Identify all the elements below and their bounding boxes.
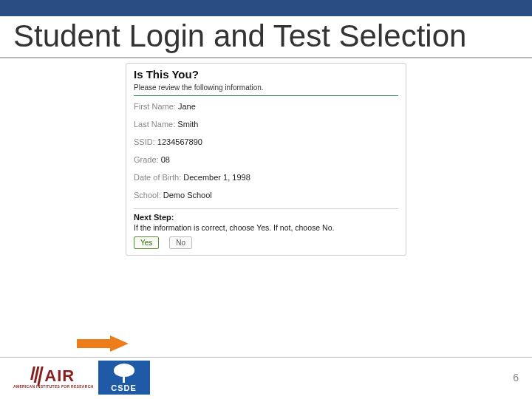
last-name-value: Smith	[177, 120, 198, 129]
dob-value: December 1, 1998	[183, 173, 250, 182]
last-name-label: Last Name:	[134, 120, 175, 129]
dob-row: Date of Birth: December 1, 1998	[134, 173, 398, 182]
yes-button[interactable]: Yes	[134, 236, 159, 249]
csde-logo-text: CSDE	[111, 383, 137, 392]
ssid-value: 1234567890	[157, 137, 202, 146]
dob-label: Date of Birth:	[134, 173, 181, 182]
grade-row: Grade: 08	[134, 155, 398, 164]
slide-title: Student Login and Test Selection	[13, 19, 519, 52]
air-stripes-icon	[32, 366, 41, 386]
page-number: 6	[513, 372, 519, 383]
air-logo-top: AIR	[32, 366, 75, 386]
ssid-label: SSID:	[134, 137, 155, 146]
content-wrap: Is This You? Please review the following…	[0, 58, 532, 256]
air-logo-text: AIR	[44, 366, 75, 386]
no-button[interactable]: No	[169, 236, 192, 249]
first-name-row: First Name: Jane	[134, 102, 398, 111]
first-name-label: First Name:	[134, 102, 176, 111]
first-name-value: Jane	[178, 102, 196, 111]
ssid-row: SSID: 1234567890	[134, 137, 398, 146]
grade-value: 08	[161, 155, 170, 164]
svg-marker-0	[77, 335, 129, 352]
air-logo-subtext: AMERICAN INSTITUTES FOR RESEARCH	[13, 384, 94, 389]
last-name-row: Last Name: Smith	[134, 120, 398, 129]
divider-green	[134, 95, 398, 96]
logo-group: AIR AMERICAN INSTITUTES FOR RESEARCH CSD…	[13, 361, 150, 395]
next-step-text: If the information is correct, choose Ye…	[134, 223, 398, 232]
top-accent-band	[0, 0, 532, 16]
divider-gray	[134, 208, 398, 209]
csde-logo: CSDE	[98, 361, 150, 395]
air-logo: AIR AMERICAN INSTITUTES FOR RESEARCH	[13, 366, 94, 389]
school-label: School:	[134, 191, 161, 200]
button-row: Yes No	[134, 236, 398, 249]
arrow-callout-icon	[77, 335, 129, 352]
card-subheading: Please review the following information.	[134, 83, 398, 92]
confirm-identity-card: Is This You? Please review the following…	[126, 63, 406, 256]
school-value: Demo School	[163, 191, 212, 200]
school-row: School: Demo School	[134, 191, 398, 200]
tree-icon	[114, 364, 134, 383]
footer: AIR AMERICAN INSTITUTES FOR RESEARCH CSD…	[0, 358, 532, 399]
title-area: Student Login and Test Selection	[0, 16, 532, 58]
grade-label: Grade:	[134, 155, 159, 164]
next-step-title: Next Step:	[134, 213, 398, 222]
card-heading: Is This You?	[134, 68, 398, 81]
student-info-section: First Name: Jane Last Name: Smith SSID: …	[134, 102, 398, 200]
